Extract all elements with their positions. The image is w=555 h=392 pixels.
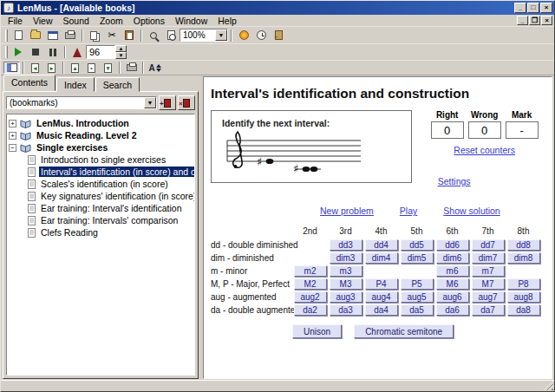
answer-button-da7[interactable]: da7 xyxy=(472,304,505,316)
tab-index[interactable]: Index xyxy=(56,77,95,92)
answer-button-aug8[interactable]: aug8 xyxy=(507,291,540,303)
minimize-button[interactable]: _ xyxy=(514,3,526,13)
settings-link[interactable]: Settings xyxy=(438,176,471,186)
cut-button[interactable]: ✂ xyxy=(103,28,121,42)
spin-down-icon[interactable]: ▼ xyxy=(115,52,127,59)
copy-button[interactable] xyxy=(86,28,103,42)
resize-grip[interactable] xyxy=(544,381,553,390)
answer-button-dim6[interactable]: dim6 xyxy=(436,252,469,264)
tree-item-key-signatures-identification[interactable]: Key signatures' identification (in score… xyxy=(9,190,193,202)
answer-button-dim4[interactable]: dim4 xyxy=(365,252,398,264)
add-bookmark-button[interactable] xyxy=(159,95,176,110)
answer-button-da8[interactable]: da8 xyxy=(507,304,540,316)
answer-button-dd6[interactable]: dd6 xyxy=(436,239,469,251)
answer-button-M6[interactable]: M6 xyxy=(436,278,469,290)
menu-view[interactable]: View xyxy=(28,15,58,27)
help-button[interactable] xyxy=(235,28,252,42)
tree-item-single-exercises[interactable]: − Single exercises xyxy=(9,141,193,154)
close-button[interactable]: × xyxy=(540,3,552,13)
collapse-icon[interactable]: − xyxy=(9,144,16,152)
toggle-help-panel-button[interactable] xyxy=(3,62,20,74)
answer-button-M3[interactable]: M3 xyxy=(330,278,362,290)
page-up-button[interactable]: ▴ xyxy=(67,62,83,74)
tree-item-lenmus-introduction[interactable]: + LenMus. Introduction xyxy=(9,117,193,129)
expand-icon[interactable]: + xyxy=(9,120,16,127)
new-problem-link[interactable]: New problem xyxy=(320,206,374,216)
tree-item-music-reading-level-2[interactable]: + Music Reading. Level 2 xyxy=(9,129,193,141)
answer-button-dd4[interactable]: dd4 xyxy=(365,239,398,251)
tree-item-intervals-identification[interactable]: Interval's identification (in score) and… xyxy=(9,166,193,178)
answer-button-P4[interactable]: P4 xyxy=(365,278,398,290)
paste-button[interactable] xyxy=(121,28,138,42)
delete-bookmark-button[interactable] xyxy=(178,95,195,110)
answer-button-dim7[interactable]: dim7 xyxy=(472,252,505,264)
clock-button[interactable] xyxy=(252,28,270,42)
answer-button-m2[interactable]: m2 xyxy=(294,265,327,277)
menu-zoom[interactable]: Zoom xyxy=(95,15,128,27)
chevron-down-icon[interactable]: ▼ xyxy=(144,97,156,108)
answer-button-dd8[interactable]: dd8 xyxy=(507,239,540,251)
show-solution-link[interactable]: Show solution xyxy=(443,206,500,216)
expand-icon[interactable]: + xyxy=(9,132,16,140)
spin-up-icon[interactable]: ▲ xyxy=(115,45,127,52)
answer-button-P8[interactable]: P8 xyxy=(507,278,540,290)
pause-button[interactable] xyxy=(44,45,62,60)
maximize-button[interactable]: □ xyxy=(527,3,539,13)
answer-button-aug2[interactable]: aug2 xyxy=(294,291,327,303)
metronome-button[interactable] xyxy=(69,45,86,60)
answer-button-m3[interactable]: m3 xyxy=(330,265,362,277)
answer-button-da2[interactable]: da2 xyxy=(294,304,327,316)
menu-help[interactable]: Help xyxy=(212,15,242,27)
answer-button-aug4[interactable]: aug4 xyxy=(365,291,398,303)
chevron-down-icon[interactable]: ▼ xyxy=(215,29,227,41)
answer-button-dim5[interactable]: dim5 xyxy=(401,252,434,264)
answer-button-m7[interactable]: m7 xyxy=(472,265,505,277)
tree-item-scales-identification[interactable]: Scales's identification (in score) xyxy=(9,178,193,190)
answer-button-da6[interactable]: da6 xyxy=(436,304,469,316)
bookmarks-select[interactable]: (bookmarks) ▼ xyxy=(6,96,157,109)
answer-button-dd3[interactable]: dd3 xyxy=(330,239,362,251)
menu-window[interactable]: Window xyxy=(170,15,212,27)
tree-item-ear-training-intervals-comparison[interactable]: Ear training: Intervals' comparison xyxy=(9,214,193,226)
unison-button[interactable]: Unison xyxy=(292,324,342,338)
answer-button-M7[interactable]: M7 xyxy=(472,278,505,290)
mdi-restore-button[interactable]: ❐ xyxy=(529,16,540,25)
answer-button-dd5[interactable]: dd5 xyxy=(401,239,434,251)
answer-button-dim3[interactable]: dim3 xyxy=(330,252,362,264)
menu-options[interactable]: Options xyxy=(128,15,170,27)
print-preview-button[interactable] xyxy=(123,62,140,74)
zoom-page-button[interactable] xyxy=(162,28,180,42)
tab-search[interactable]: Search xyxy=(95,77,140,92)
mdi-minimize-button[interactable]: _ xyxy=(517,16,528,25)
font-size-button[interactable]: A xyxy=(147,62,163,74)
print-button[interactable] xyxy=(62,28,79,42)
exit-button[interactable] xyxy=(270,28,287,42)
answer-button-aug5[interactable]: aug5 xyxy=(401,291,434,303)
chromatic-semitone-button[interactable]: Chromatic semitone xyxy=(354,324,454,338)
tree-item-ear-training-interval-identification[interactable]: Ear training: Interval's identification xyxy=(9,202,193,214)
play-link[interactable]: Play xyxy=(400,206,417,216)
page-number-button[interactable]: • xyxy=(83,62,100,74)
tempo-input[interactable] xyxy=(86,45,115,59)
new-button[interactable] xyxy=(10,28,27,42)
answer-button-M2[interactable]: M2 xyxy=(294,278,327,290)
tree-item-introduction-to-single-exercises[interactable]: Introduction to single exercises xyxy=(9,154,193,166)
answer-button-aug6[interactable]: aug6 xyxy=(436,291,469,303)
zoom-select[interactable]: 100% ▼ xyxy=(180,29,228,42)
menu-file[interactable]: File xyxy=(3,15,28,27)
answer-button-da4[interactable]: da4 xyxy=(365,304,398,316)
answer-button-da5[interactable]: da5 xyxy=(401,304,434,316)
tempo-stepper[interactable]: ▲ ▼ xyxy=(115,45,127,59)
reset-counters-link[interactable]: Reset counters xyxy=(454,145,515,155)
forward-page-button[interactable]: ▸ xyxy=(43,62,60,74)
open-button[interactable] xyxy=(27,28,44,42)
answer-button-dim8[interactable]: dim8 xyxy=(507,252,540,264)
tree-item-clefs-reading[interactable]: Clefs Reading xyxy=(9,226,193,238)
answer-button-da3[interactable]: da3 xyxy=(330,304,362,316)
tab-contents[interactable]: Contents xyxy=(3,75,56,91)
mdi-close-button[interactable]: × xyxy=(541,16,552,25)
page-down-button[interactable]: ▾ xyxy=(100,62,116,74)
answer-button-aug3[interactable]: aug3 xyxy=(330,291,362,303)
back-page-button[interactable]: ◂ xyxy=(27,62,43,74)
answer-button-m6[interactable]: m6 xyxy=(436,265,469,277)
